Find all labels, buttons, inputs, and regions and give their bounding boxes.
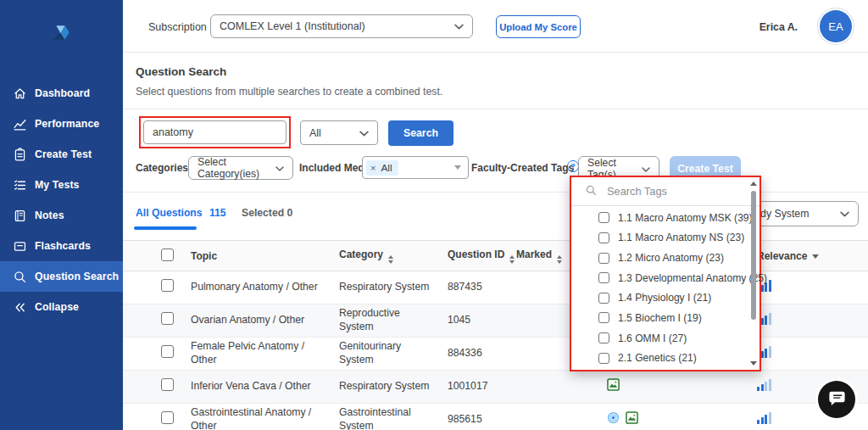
user-name: Erica A. xyxy=(760,21,798,33)
upload-my-score-button[interactable]: Upload My Score xyxy=(496,15,581,38)
tag-option[interactable]: 1.5 Biochem I (19) xyxy=(571,308,748,328)
search-annotation-box xyxy=(139,116,291,148)
tag-checkbox[interactable] xyxy=(598,312,609,323)
sidebar-item-question-search[interactable]: Question Search xyxy=(0,261,123,292)
category-cell: Respiratory System xyxy=(339,281,448,294)
app-logo-icon[interactable] xyxy=(48,24,74,49)
row-checkbox[interactable] xyxy=(161,411,174,424)
tag-option[interactable]: 1.6 OMM I (27) xyxy=(571,328,748,349)
tag-checkbox[interactable] xyxy=(598,332,609,343)
topic-cell: Female Pelvic Anatomy / Other xyxy=(191,340,339,367)
tab-all-questions-count: 115 xyxy=(209,207,226,219)
tag-option[interactable]: 1.2 Micro Anatomy (23) xyxy=(571,248,748,268)
tags-search-input[interactable] xyxy=(607,185,734,198)
sidebar-item-label: My Tests xyxy=(35,179,80,191)
sidebar-item-performance[interactable]: Performance xyxy=(0,109,123,139)
tag-checkbox[interactable] xyxy=(598,212,609,223)
search-icon xyxy=(585,184,597,198)
tag-option[interactable]: 2.1 Genetics (21) xyxy=(571,348,748,368)
table-row[interactable]: Inferior Vena Cava / Other Respiratory S… xyxy=(123,371,868,404)
faculty-tags-dropdown: 1.1 Macro Anatomy MSK (39) 1.1 Macro Ana… xyxy=(570,176,761,371)
table-row[interactable]: Gastrointestinal Anatomy / Other Gastroi… xyxy=(123,404,868,430)
media-chip: × All xyxy=(366,160,398,176)
sidebar-item-label: Dashboard xyxy=(35,87,90,99)
tab-all-questions[interactable]: All Questions 115 xyxy=(136,207,226,219)
sidebar-item-create-test[interactable]: Create Test xyxy=(0,139,123,170)
column-header-relevance[interactable]: Relevance xyxy=(750,250,868,262)
sidebar-item-dashboard[interactable]: Dashboard xyxy=(0,78,123,109)
row-checkbox[interactable] xyxy=(161,279,174,292)
row-checkbox[interactable] xyxy=(161,378,174,391)
relevance-bars-icon[interactable] xyxy=(757,412,771,424)
search-icon xyxy=(12,269,27,284)
avatar[interactable]: EA xyxy=(820,10,852,42)
sidebar-item-collapse[interactable]: Collapse xyxy=(0,292,123,322)
column-header-category[interactable]: Category xyxy=(339,249,448,264)
scroll-up-icon[interactable] xyxy=(750,181,757,186)
sidebar-item-label: Flashcards xyxy=(35,240,91,252)
subscription-select[interactable]: COMLEX Level 1 (Institutional) xyxy=(210,14,473,38)
question-search-page: { "colors": { "sidebar_bg": "#1e4389", "… xyxy=(0,0,868,430)
tag-checkbox[interactable] xyxy=(598,232,609,243)
select-all-checkbox[interactable] xyxy=(161,249,174,261)
column-header-topic: Topic xyxy=(191,250,339,262)
faculty-tags-label: Faculty-Created Tags xyxy=(471,162,574,174)
sort-desc-icon xyxy=(812,254,819,259)
column-header-question-id[interactable]: Question ID xyxy=(448,249,516,264)
topic-cell: Pulmonary Anatomy / Other xyxy=(191,281,339,294)
search-input[interactable] xyxy=(143,120,287,144)
sidebar-item-my-tests[interactable]: My Tests xyxy=(0,170,123,200)
categories-value: Select Category(ies) xyxy=(198,156,275,180)
subscription-label: Subscription xyxy=(148,21,207,33)
top-bar: Subscription COMLEX Level 1 (Institution… xyxy=(123,0,868,53)
search-scope-select[interactable]: All xyxy=(300,120,378,145)
row-checkbox[interactable] xyxy=(161,312,174,325)
search-button[interactable]: Search xyxy=(388,120,453,146)
sort-icon xyxy=(388,255,393,264)
subscription-value: COMLEX Level 1 (Institutional) xyxy=(220,20,454,32)
tag-option[interactable]: 1.4 Physiology I (21) xyxy=(571,288,748,309)
categories-select[interactable]: Select Category(ies) xyxy=(188,156,293,180)
chevron-down-icon xyxy=(359,127,369,139)
dropdown-arrow-icon xyxy=(454,165,461,170)
tag-checkbox[interactable] xyxy=(598,293,609,304)
dropdown-scrollbar[interactable] xyxy=(749,180,758,367)
tag-checkbox[interactable] xyxy=(598,272,609,283)
category-cell: Respiratory System xyxy=(339,380,448,394)
tab-selected[interactable]: Selected 0 xyxy=(242,207,292,219)
tag-option[interactable]: 1.1 Macro Anatomy NS (23) xyxy=(571,228,748,249)
home-icon xyxy=(12,86,27,101)
media-cell xyxy=(585,378,750,395)
chevron-down-icon xyxy=(454,20,464,32)
topic-cell: Inferior Vena Cava / Other xyxy=(191,380,339,394)
chevron-down-icon xyxy=(642,163,650,175)
sidebar-nav: Dashboard Performance Create Test My Tes… xyxy=(0,78,123,322)
performance-chart-icon xyxy=(12,116,27,131)
scrollbar-thumb[interactable] xyxy=(751,191,756,320)
sidebar-item-label: Create Test xyxy=(35,148,92,160)
chevron-down-icon xyxy=(840,208,849,220)
question-id-cell: 985615 xyxy=(448,413,516,427)
chat-bubble-button[interactable] xyxy=(818,381,855,418)
tag-checkbox[interactable] xyxy=(598,253,609,264)
category-cell: Genitourinary System xyxy=(339,340,448,367)
included-media-select[interactable]: × All xyxy=(362,156,469,179)
sidebar-item-notes[interactable]: Notes xyxy=(0,200,123,231)
page-title: Question Search xyxy=(136,65,226,78)
tags-option-list: 1.1 Macro Anatomy MSK (39) 1.1 Macro Ana… xyxy=(571,208,748,368)
scroll-down-icon[interactable] xyxy=(750,361,757,366)
chevron-down-icon xyxy=(275,162,284,174)
tags-search-row xyxy=(571,177,760,206)
tag-checkbox[interactable] xyxy=(598,353,609,364)
sort-icon xyxy=(509,255,515,264)
body-system-value: Body System xyxy=(748,208,840,220)
collapse-chevrons-icon xyxy=(12,299,27,315)
chip-remove-icon[interactable]: × xyxy=(370,163,376,173)
tag-option[interactable]: 1.3 Developmental Anatomy (25) xyxy=(571,268,748,288)
row-checkbox[interactable] xyxy=(161,345,174,358)
relevance-bars-icon[interactable] xyxy=(757,379,771,391)
tag-option[interactable]: 1.1 Macro Anatomy MSK (39) xyxy=(571,208,748,228)
help-icon[interactable]: ? xyxy=(567,160,579,172)
flashcards-icon xyxy=(12,238,27,254)
sidebar-item-flashcards[interactable]: Flashcards xyxy=(0,231,123,261)
